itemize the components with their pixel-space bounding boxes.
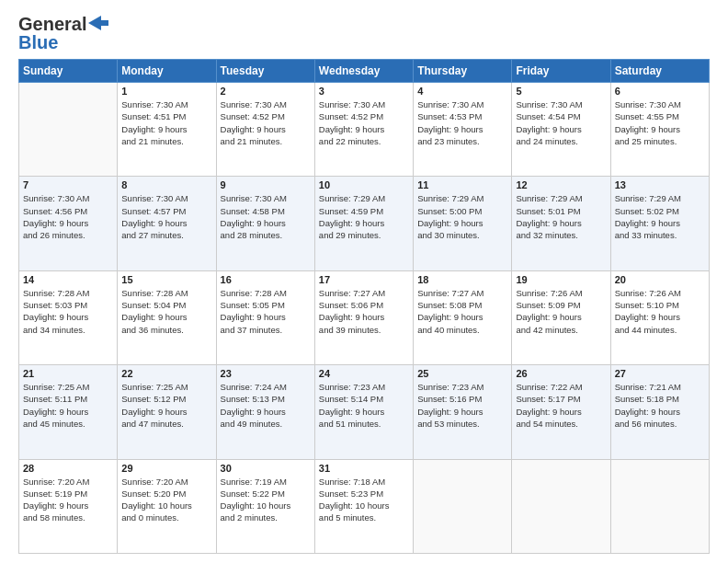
day-number: 7 bbox=[23, 179, 113, 190]
calendar-cell: 15Sunrise: 7:28 AMSunset: 5:04 PMDayligh… bbox=[118, 270, 216, 364]
calendar-cell: 8Sunrise: 7:30 AMSunset: 4:57 PMDaylight… bbox=[118, 177, 216, 270]
calendar-cell: 20Sunrise: 7:26 AMSunset: 5:10 PMDayligh… bbox=[610, 270, 709, 364]
logo-arrow-icon bbox=[88, 16, 108, 30]
day-number: 21 bbox=[23, 368, 113, 379]
day-info: Sunrise: 7:30 AMSunset: 4:52 PMDaylight:… bbox=[221, 98, 311, 147]
day-info: Sunrise: 7:20 AMSunset: 5:20 PMDaylight:… bbox=[121, 476, 211, 524]
day-info: Sunrise: 7:30 AMSunset: 4:55 PMDaylight:… bbox=[615, 98, 705, 147]
day-info: Sunrise: 7:29 AMSunset: 5:01 PMDaylight:… bbox=[516, 192, 606, 241]
calendar-cell: 5Sunrise: 7:30 AMSunset: 4:54 PMDaylight… bbox=[512, 83, 610, 177]
day-number: 9 bbox=[221, 179, 311, 190]
weekday-tuesday: Tuesday bbox=[216, 60, 314, 83]
day-number: 15 bbox=[121, 274, 211, 285]
calendar-cell: 22Sunrise: 7:25 AMSunset: 5:12 PMDayligh… bbox=[118, 365, 216, 459]
day-number: 2 bbox=[221, 86, 311, 97]
calendar-cell: 27Sunrise: 7:21 AMSunset: 5:18 PMDayligh… bbox=[610, 365, 709, 459]
weekday-header-row: SundayMondayTuesdayWednesdayThursdayFrid… bbox=[19, 60, 710, 83]
day-info: Sunrise: 7:25 AMSunset: 5:12 PMDaylight:… bbox=[121, 381, 211, 430]
day-number: 31 bbox=[319, 463, 409, 474]
calendar-cell: 23Sunrise: 7:24 AMSunset: 5:13 PMDayligh… bbox=[216, 365, 314, 459]
day-number: 5 bbox=[516, 86, 606, 97]
day-info: Sunrise: 7:28 AMSunset: 5:05 PMDaylight:… bbox=[221, 287, 311, 336]
day-info: Sunrise: 7:30 AMSunset: 4:58 PMDaylight:… bbox=[221, 192, 311, 241]
day-info: Sunrise: 7:27 AMSunset: 5:06 PMDaylight:… bbox=[319, 287, 409, 336]
calendar-week-2: 7Sunrise: 7:30 AMSunset: 4:56 PMDaylight… bbox=[19, 177, 710, 270]
svg-marker-0 bbox=[88, 16, 108, 30]
day-number: 19 bbox=[516, 274, 606, 285]
calendar-week-4: 21Sunrise: 7:25 AMSunset: 5:11 PMDayligh… bbox=[19, 365, 710, 459]
day-info: Sunrise: 7:28 AMSunset: 5:03 PMDaylight:… bbox=[23, 287, 113, 336]
calendar-cell bbox=[414, 459, 512, 553]
day-number: 27 bbox=[615, 368, 705, 379]
day-number: 14 bbox=[23, 274, 113, 285]
weekday-monday: Monday bbox=[118, 60, 216, 83]
day-info: Sunrise: 7:27 AMSunset: 5:08 PMDaylight:… bbox=[417, 287, 507, 336]
calendar-cell bbox=[512, 459, 610, 553]
day-number: 13 bbox=[615, 179, 705, 190]
weekday-wednesday: Wednesday bbox=[314, 60, 413, 83]
calendar-cell: 2Sunrise: 7:30 AMSunset: 4:52 PMDaylight… bbox=[216, 83, 314, 177]
day-number: 22 bbox=[121, 368, 211, 379]
calendar-cell: 30Sunrise: 7:19 AMSunset: 5:22 PMDayligh… bbox=[216, 459, 314, 553]
calendar-cell: 19Sunrise: 7:26 AMSunset: 5:09 PMDayligh… bbox=[512, 270, 610, 364]
calendar-cell: 6Sunrise: 7:30 AMSunset: 4:55 PMDaylight… bbox=[610, 83, 709, 177]
day-info: Sunrise: 7:26 AMSunset: 5:10 PMDaylight:… bbox=[615, 287, 705, 336]
logo-blue: Blue bbox=[18, 33, 58, 52]
calendar-cell: 7Sunrise: 7:30 AMSunset: 4:56 PMDaylight… bbox=[19, 177, 118, 270]
calendar-week-3: 14Sunrise: 7:28 AMSunset: 5:03 PMDayligh… bbox=[19, 270, 710, 364]
day-number: 10 bbox=[319, 179, 409, 190]
day-number: 4 bbox=[417, 86, 507, 97]
day-number: 3 bbox=[319, 86, 409, 97]
day-info: Sunrise: 7:29 AMSunset: 4:59 PMDaylight:… bbox=[319, 192, 409, 241]
calendar-cell: 12Sunrise: 7:29 AMSunset: 5:01 PMDayligh… bbox=[512, 177, 610, 270]
day-info: Sunrise: 7:26 AMSunset: 5:09 PMDaylight:… bbox=[516, 287, 606, 336]
day-number: 24 bbox=[319, 368, 409, 379]
day-info: Sunrise: 7:30 AMSunset: 4:52 PMDaylight:… bbox=[319, 98, 409, 147]
weekday-sunday: Sunday bbox=[19, 60, 118, 83]
weekday-friday: Friday bbox=[512, 60, 610, 83]
header: General Blue bbox=[18, 15, 710, 52]
day-number: 8 bbox=[121, 179, 211, 190]
day-number: 6 bbox=[615, 86, 705, 97]
day-info: Sunrise: 7:23 AMSunset: 5:14 PMDaylight:… bbox=[319, 381, 409, 430]
calendar-cell: 4Sunrise: 7:30 AMSunset: 4:53 PMDaylight… bbox=[414, 83, 512, 177]
day-number: 29 bbox=[121, 463, 211, 474]
weekday-saturday: Saturday bbox=[610, 60, 709, 83]
calendar-cell bbox=[19, 83, 118, 177]
day-info: Sunrise: 7:30 AMSunset: 4:53 PMDaylight:… bbox=[417, 98, 507, 147]
day-info: Sunrise: 7:23 AMSunset: 5:16 PMDaylight:… bbox=[417, 381, 507, 430]
calendar-cell: 18Sunrise: 7:27 AMSunset: 5:08 PMDayligh… bbox=[414, 270, 512, 364]
day-number: 20 bbox=[615, 274, 705, 285]
calendar-week-1: 1Sunrise: 7:30 AMSunset: 4:51 PMDaylight… bbox=[19, 83, 710, 177]
day-info: Sunrise: 7:25 AMSunset: 5:11 PMDaylight:… bbox=[23, 381, 113, 430]
calendar-cell: 29Sunrise: 7:20 AMSunset: 5:20 PMDayligh… bbox=[118, 459, 216, 553]
day-number: 18 bbox=[417, 274, 507, 285]
day-info: Sunrise: 7:30 AMSunset: 4:57 PMDaylight:… bbox=[121, 192, 211, 241]
day-number: 11 bbox=[417, 179, 507, 190]
day-info: Sunrise: 7:21 AMSunset: 5:18 PMDaylight:… bbox=[615, 381, 705, 430]
calendar-cell: 16Sunrise: 7:28 AMSunset: 5:05 PMDayligh… bbox=[216, 270, 314, 364]
calendar-cell: 26Sunrise: 7:22 AMSunset: 5:17 PMDayligh… bbox=[512, 365, 610, 459]
day-info: Sunrise: 7:28 AMSunset: 5:04 PMDaylight:… bbox=[121, 287, 211, 336]
day-number: 1 bbox=[121, 86, 211, 97]
calendar-week-5: 28Sunrise: 7:20 AMSunset: 5:19 PMDayligh… bbox=[19, 459, 710, 553]
calendar-cell: 11Sunrise: 7:29 AMSunset: 5:00 PMDayligh… bbox=[414, 177, 512, 270]
day-number: 12 bbox=[516, 179, 606, 190]
day-number: 30 bbox=[221, 463, 311, 474]
calendar-cell: 21Sunrise: 7:25 AMSunset: 5:11 PMDayligh… bbox=[19, 365, 118, 459]
calendar-table: SundayMondayTuesdayWednesdayThursdayFrid… bbox=[18, 59, 710, 554]
day-info: Sunrise: 7:20 AMSunset: 5:19 PMDaylight:… bbox=[23, 476, 113, 524]
day-info: Sunrise: 7:29 AMSunset: 5:00 PMDaylight:… bbox=[417, 192, 507, 241]
weekday-thursday: Thursday bbox=[414, 60, 512, 83]
logo: General Blue bbox=[18, 15, 108, 52]
day-info: Sunrise: 7:24 AMSunset: 5:13 PMDaylight:… bbox=[221, 381, 311, 430]
calendar-cell: 31Sunrise: 7:18 AMSunset: 5:23 PMDayligh… bbox=[314, 459, 413, 553]
day-number: 26 bbox=[516, 368, 606, 379]
day-number: 16 bbox=[221, 274, 311, 285]
day-info: Sunrise: 7:30 AMSunset: 4:54 PMDaylight:… bbox=[516, 98, 606, 147]
calendar-cell bbox=[610, 459, 709, 553]
calendar-cell: 3Sunrise: 7:30 AMSunset: 4:52 PMDaylight… bbox=[314, 83, 413, 177]
calendar-cell: 28Sunrise: 7:20 AMSunset: 5:19 PMDayligh… bbox=[19, 459, 118, 553]
day-number: 25 bbox=[417, 368, 507, 379]
logo-general: General bbox=[18, 15, 86, 33]
